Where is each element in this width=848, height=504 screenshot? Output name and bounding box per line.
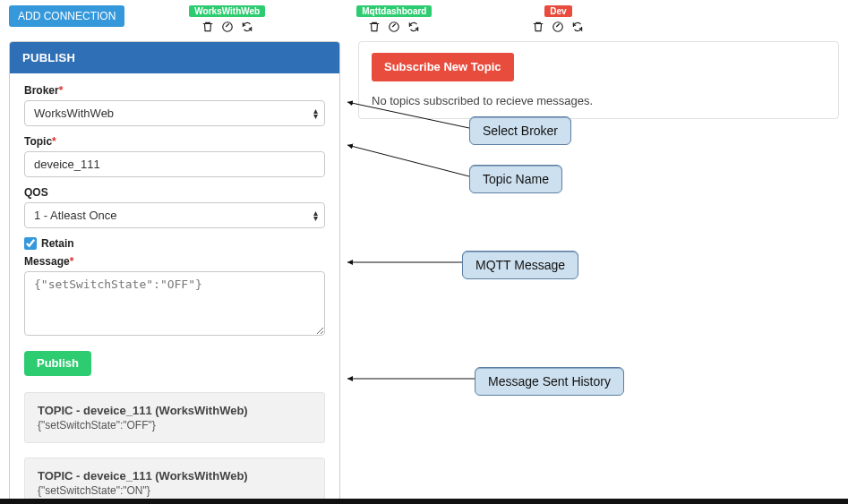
subscribe-panel: Subscribe New Topic No topics subscribed… xyxy=(358,41,839,119)
broker-select[interactable]: WorksWithWeb xyxy=(24,100,325,126)
edit-icon[interactable] xyxy=(388,21,400,36)
no-topics-text: No topics subscribed to recieve messages… xyxy=(372,94,826,107)
trash-icon[interactable] xyxy=(201,21,214,36)
topic-label: Topic* xyxy=(24,135,325,148)
history-title: TOPIC - deveice_111 (WorksWithWeb) xyxy=(38,469,312,483)
edit-icon[interactable] xyxy=(221,21,234,36)
trash-icon[interactable] xyxy=(532,21,544,36)
publish-button[interactable]: Publish xyxy=(24,351,91,376)
panel-header: PUBLISH xyxy=(10,42,339,73)
qos-label: QOS xyxy=(24,186,325,199)
topic-input[interactable] xyxy=(24,151,325,177)
add-connection-button[interactable]: ADD CONNECTION xyxy=(9,5,124,27)
connection-works: WorksWithWeb xyxy=(189,5,265,36)
qos-select[interactable]: 1 - Atleast Once xyxy=(24,202,325,228)
edit-icon[interactable] xyxy=(552,21,564,36)
publish-panel: PUBLISH Broker* WorksWithWeb ▴▾ Topic* Q… xyxy=(9,41,340,504)
top-bar: ADD CONNECTION WorksWithWeb Mqttdashboar… xyxy=(0,0,848,41)
message-label: Message* xyxy=(24,255,325,268)
history-payload: {"setSwitchState":"OFF"} xyxy=(38,419,312,431)
bottom-bar xyxy=(0,499,848,504)
retain-label: Retain xyxy=(41,237,74,250)
annotation-select-broker: Select Broker xyxy=(469,116,571,145)
connection-mqttdashboard: Mqttdashboard xyxy=(356,5,432,36)
annotation-mqtt-message: MQTT Message xyxy=(462,251,578,279)
retain-checkbox[interactable] xyxy=(24,237,37,250)
svg-point-1 xyxy=(390,22,399,32)
svg-point-2 xyxy=(553,22,563,32)
trash-icon[interactable] xyxy=(368,21,381,36)
message-textarea[interactable]: {"setSwitchState":"OFF"} xyxy=(24,271,325,336)
history-item: TOPIC - deveice_111 (WorksWithWeb) {"set… xyxy=(24,392,325,443)
connection-badge: Dev xyxy=(544,5,571,17)
history-payload: {"setSwitchState":"ON"} xyxy=(38,484,312,497)
refresh-icon[interactable] xyxy=(407,21,420,36)
history-title: TOPIC - deveice_111 (WorksWithWeb) xyxy=(38,404,312,417)
refresh-icon[interactable] xyxy=(241,21,253,36)
subscribe-new-topic-button[interactable]: Subscribe New Topic xyxy=(372,53,514,81)
history-item: TOPIC - deveice_111 (WorksWithWeb) {"set… xyxy=(24,457,325,504)
broker-label: Broker* xyxy=(24,84,325,97)
history-list: TOPIC - deveice_111 (WorksWithWeb) {"set… xyxy=(24,392,325,504)
svg-point-0 xyxy=(223,22,233,32)
annotation-message-history: Message Sent History xyxy=(475,367,624,396)
annotation-topic-name: Topic Name xyxy=(469,165,562,193)
connection-badge: WorksWithWeb xyxy=(189,5,265,17)
refresh-icon[interactable] xyxy=(571,21,584,36)
connection-dev: Dev xyxy=(532,5,584,36)
connection-badge: Mqttdashboard xyxy=(356,5,432,17)
